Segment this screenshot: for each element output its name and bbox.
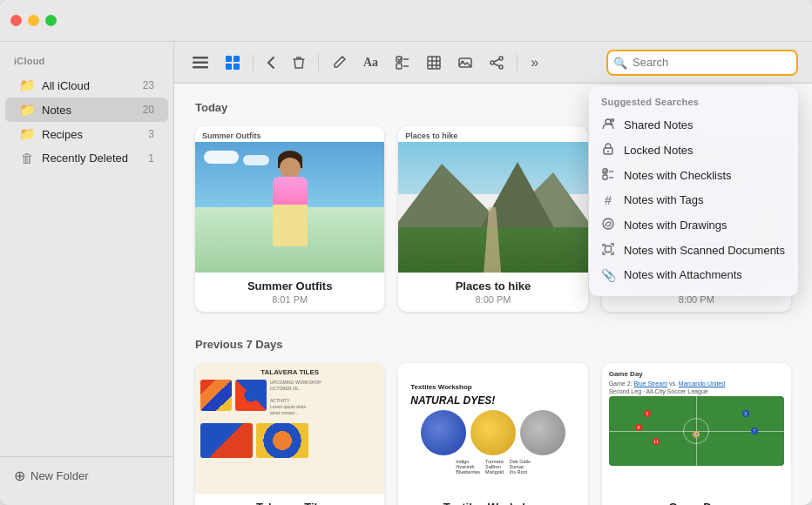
dropdown-item-label: Notes with Checklists xyxy=(624,169,732,182)
close-button[interactable] xyxy=(10,15,22,26)
lock-icon xyxy=(601,143,615,158)
svg-point-26 xyxy=(607,151,609,152)
note-date: 8:01 PM xyxy=(204,294,376,305)
dropdown-item-notes-drawings[interactable]: Notes with Drawings xyxy=(589,212,798,238)
traffic-lights xyxy=(10,15,57,26)
svg-point-31 xyxy=(603,219,613,229)
search-container: 🔍 Suggested Searches xyxy=(606,50,798,76)
view-list-button[interactable] xyxy=(188,53,213,72)
titlebar xyxy=(0,0,812,42)
checklist-button[interactable] xyxy=(391,52,414,73)
folder-icon: 📁 xyxy=(19,102,35,118)
dropdown-item-label: Locked Notes xyxy=(624,144,694,157)
toolbar-divider-3 xyxy=(517,54,518,71)
svg-rect-4 xyxy=(233,56,240,62)
dropdown-item-label: Notes with Attachments xyxy=(624,268,742,281)
dropdown-item-label: Notes with Tags xyxy=(624,193,704,206)
media-button[interactable] xyxy=(454,52,477,73)
shared-icon xyxy=(601,118,615,132)
note-date: 8:00 PM xyxy=(611,294,782,305)
dropdown-item-notes-scanned[interactable]: Notes with Scanned Documents xyxy=(589,238,798,263)
sidebar-item-label: Recently Deleted xyxy=(42,152,141,165)
note-thumbnail-talavera: TALAVERA TILES UPCOMING WORKSHOP OCTOBER… xyxy=(195,363,384,494)
note-thumbnail-textiles: Textiles Workshop NATURAL DYES! IndigoHy… xyxy=(398,363,587,494)
search-icon: 🔍 xyxy=(613,56,627,69)
sidebar-item-recipes[interactable]: 📁 Recipes 3 xyxy=(5,122,168,146)
svg-rect-6 xyxy=(233,64,240,70)
svg-rect-29 xyxy=(603,175,607,179)
toolbar-left: Aa xyxy=(188,51,596,74)
minimize-button[interactable] xyxy=(28,15,39,26)
svg-rect-1 xyxy=(193,61,208,64)
new-folder-button[interactable]: ⊕ New Folder xyxy=(14,464,88,488)
dropdown-item-notes-tags[interactable]: # Notes with Tags xyxy=(589,188,798,212)
note-card-talavera[interactable]: TALAVERA TILES UPCOMING WORKSHOP OCTOBER… xyxy=(195,363,384,505)
back-button[interactable] xyxy=(262,52,280,73)
tag-icon: # xyxy=(601,193,615,207)
plus-icon: ⊕ xyxy=(14,468,25,484)
dropdown-item-label: Notes with Drawings xyxy=(624,219,727,232)
content-area: Aa xyxy=(174,42,812,505)
note-card-header-text: Places to hike xyxy=(398,126,587,142)
note-card-summer-outfits[interactable]: Summer Outfits xyxy=(195,126,384,312)
note-info: Textiles Workshop Monday xyxy=(398,494,587,505)
note-card-textiles[interactable]: Textiles Workshop NATURAL DYES! IndigoHy… xyxy=(398,363,587,505)
svg-rect-11 xyxy=(428,57,440,69)
note-title: Places to hike xyxy=(407,279,579,293)
toolbar: Aa xyxy=(174,42,812,84)
sidebar-item-label: Recipes xyxy=(42,128,141,141)
svg-point-18 xyxy=(499,57,503,60)
note-thumbnail-hike xyxy=(398,142,587,273)
svg-rect-2 xyxy=(193,66,208,69)
dropdown-item-label: Notes with Scanned Documents xyxy=(624,244,785,257)
sidebar: iCloud 📁 All iCloud 23 📁 Notes 20 📁 Reci… xyxy=(0,42,174,505)
note-info: Game Day Monday xyxy=(602,494,791,505)
compose-button[interactable] xyxy=(328,52,350,73)
dropdown-item-notes-checklists[interactable]: Notes with Checklists xyxy=(589,163,798,188)
sidebar-item-count: 3 xyxy=(148,128,154,140)
maximize-button[interactable] xyxy=(45,15,57,26)
notes-grid-prev7: TALAVERA TILES UPCOMING WORKSHOP OCTOBER… xyxy=(195,363,791,505)
dropdown-item-notes-attachments[interactable]: 📎 Notes with Attachments xyxy=(589,263,798,287)
search-input[interactable] xyxy=(606,50,798,76)
sidebar-item-label: All iCloud xyxy=(42,79,136,92)
format-button[interactable]: Aa xyxy=(359,52,382,73)
sidebar-item-all-icloud[interactable]: 📁 All iCloud 23 xyxy=(5,73,168,98)
note-title: Game Day xyxy=(611,501,782,505)
sidebar-item-label: Notes xyxy=(42,104,136,117)
note-title: Summer Outfits xyxy=(204,279,376,293)
dropdown-item-locked-notes[interactable]: Locked Notes xyxy=(589,138,798,163)
svg-point-24 xyxy=(612,118,614,121)
table-button[interactable] xyxy=(423,52,445,73)
note-card-header-text: Summer Outfits xyxy=(195,126,384,142)
note-card-gameday[interactable]: Game Day Game 2: Blue Stream vs. Marcand… xyxy=(602,363,791,505)
svg-rect-32 xyxy=(606,246,612,252)
dropdown-item-shared-notes[interactable]: Shared Notes xyxy=(589,112,798,138)
dropdown-section-label: Suggested Searches xyxy=(589,95,798,112)
sidebar-footer: ⊕ New Folder xyxy=(0,456,173,495)
delete-button[interactable] xyxy=(288,52,309,73)
folder-icon: 📁 xyxy=(19,77,35,93)
svg-line-21 xyxy=(494,59,499,62)
attachment-icon: 📎 xyxy=(601,268,615,282)
view-grid-button[interactable] xyxy=(221,52,244,73)
sidebar-item-notes[interactable]: 📁 Notes 20 xyxy=(5,98,168,122)
share-button[interactable] xyxy=(485,52,508,73)
sidebar-item-count: 20 xyxy=(143,104,154,116)
dropdown-item-label: Shared Notes xyxy=(624,118,694,131)
svg-point-20 xyxy=(499,65,503,69)
more-button[interactable]: » xyxy=(526,51,543,74)
checklist-icon xyxy=(601,168,615,183)
note-info: Talavera Tile Monday xyxy=(195,494,384,505)
toolbar-divider xyxy=(253,54,254,71)
note-date: 8:00 PM xyxy=(407,294,579,305)
sidebar-item-count: 23 xyxy=(143,79,154,91)
section-title-prev7: Previous 7 Days xyxy=(195,338,791,351)
scan-icon xyxy=(601,243,615,258)
svg-line-22 xyxy=(494,64,499,66)
sidebar-item-recently-deleted[interactable]: 🗑 Recently Deleted 1 xyxy=(5,146,168,170)
trash-icon: 🗑 xyxy=(19,151,35,165)
note-card-places-to-hike[interactable]: Places to hike xyxy=(398,126,587,312)
toolbar-right: 🔍 Suggested Searches xyxy=(606,50,798,76)
main-layout: iCloud 📁 All iCloud 23 📁 Notes 20 📁 Reci… xyxy=(0,42,812,505)
